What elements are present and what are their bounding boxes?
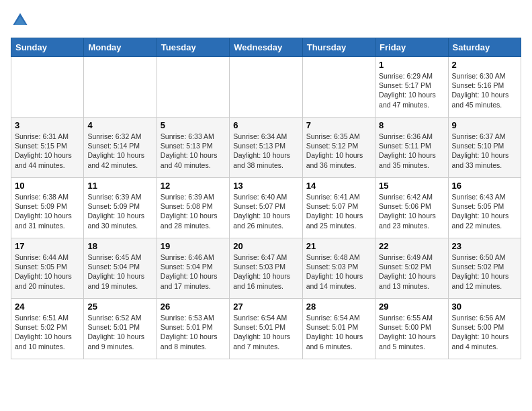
day-info: Sunrise: 6:35 AM Sunset: 5:12 PM Dayligh… bbox=[306, 132, 371, 170]
day-number: 7 bbox=[306, 120, 371, 130]
day-info: Sunrise: 6:29 AM Sunset: 5:17 PM Dayligh… bbox=[379, 71, 444, 109]
day-info: Sunrise: 6:31 AM Sunset: 5:15 PM Dayligh… bbox=[15, 132, 80, 170]
calendar-cell: 11 Sunrise: 6:39 AM Sunset: 5:09 PM Dayl… bbox=[84, 178, 157, 238]
day-info: Sunrise: 6:39 AM Sunset: 5:08 PM Dayligh… bbox=[161, 192, 226, 230]
day-number: 21 bbox=[306, 241, 371, 251]
day-info: Sunrise: 6:54 AM Sunset: 5:01 PM Dayligh… bbox=[306, 313, 371, 351]
calendar-cell: 6 Sunrise: 6:34 AM Sunset: 5:13 PM Dayli… bbox=[230, 118, 302, 178]
day-info: Sunrise: 6:46 AM Sunset: 5:04 PM Dayligh… bbox=[161, 253, 226, 291]
calendar-cell: 10 Sunrise: 6:38 AM Sunset: 5:09 PM Dayl… bbox=[11, 178, 84, 238]
day-info: Sunrise: 6:37 AM Sunset: 5:10 PM Dayligh… bbox=[452, 132, 517, 170]
day-info: Sunrise: 6:45 AM Sunset: 5:04 PM Dayligh… bbox=[87, 253, 152, 291]
calendar-cell: 16 Sunrise: 6:43 AM Sunset: 5:05 PM Dayl… bbox=[448, 178, 521, 238]
calendar-cell bbox=[157, 57, 229, 118]
weekday-header-tuesday: Tuesday bbox=[157, 38, 229, 57]
day-number: 24 bbox=[15, 302, 80, 312]
day-number: 18 bbox=[87, 241, 152, 251]
day-info: Sunrise: 6:49 AM Sunset: 5:02 PM Dayligh… bbox=[379, 253, 444, 291]
logo-icon bbox=[11, 11, 30, 30]
logo bbox=[11, 11, 32, 30]
calendar-cell: 23 Sunrise: 6:50 AM Sunset: 5:02 PM Dayl… bbox=[448, 238, 521, 299]
day-info: Sunrise: 6:32 AM Sunset: 5:14 PM Dayligh… bbox=[87, 132, 152, 170]
day-number: 5 bbox=[161, 120, 226, 130]
calendar-cell: 27 Sunrise: 6:54 AM Sunset: 5:01 PM Dayl… bbox=[230, 299, 302, 359]
day-number: 17 bbox=[15, 241, 80, 251]
calendar-cell: 19 Sunrise: 6:46 AM Sunset: 5:04 PM Dayl… bbox=[157, 238, 229, 299]
calendar-cell: 12 Sunrise: 6:39 AM Sunset: 5:08 PM Dayl… bbox=[157, 178, 229, 238]
day-info: Sunrise: 6:40 AM Sunset: 5:07 PM Dayligh… bbox=[233, 192, 298, 230]
calendar-cell: 28 Sunrise: 6:54 AM Sunset: 5:01 PM Dayl… bbox=[302, 299, 375, 359]
calendar-cell: 14 Sunrise: 6:41 AM Sunset: 5:07 PM Dayl… bbox=[302, 178, 375, 238]
calendar-cell: 20 Sunrise: 6:47 AM Sunset: 5:03 PM Dayl… bbox=[230, 238, 302, 299]
calendar-week-5: 24 Sunrise: 6:51 AM Sunset: 5:02 PM Dayl… bbox=[11, 299, 521, 359]
weekday-header-friday: Friday bbox=[375, 38, 448, 57]
weekday-header-row: SundayMondayTuesdayWednesdayThursdayFrid… bbox=[11, 38, 521, 57]
calendar-cell: 1 Sunrise: 6:29 AM Sunset: 5:17 PM Dayli… bbox=[375, 57, 448, 118]
day-number: 26 bbox=[161, 302, 226, 312]
weekday-header-monday: Monday bbox=[84, 38, 157, 57]
day-info: Sunrise: 6:50 AM Sunset: 5:02 PM Dayligh… bbox=[452, 253, 517, 291]
day-number: 6 bbox=[233, 120, 298, 130]
calendar-cell: 22 Sunrise: 6:49 AM Sunset: 5:02 PM Dayl… bbox=[375, 238, 448, 299]
calendar-cell: 8 Sunrise: 6:36 AM Sunset: 5:11 PM Dayli… bbox=[375, 118, 448, 178]
day-number: 2 bbox=[452, 60, 517, 70]
day-number: 25 bbox=[87, 302, 152, 312]
weekday-header-saturday: Saturday bbox=[448, 38, 521, 57]
day-info: Sunrise: 6:44 AM Sunset: 5:05 PM Dayligh… bbox=[15, 253, 80, 291]
day-number: 15 bbox=[379, 181, 444, 191]
day-info: Sunrise: 6:36 AM Sunset: 5:11 PM Dayligh… bbox=[379, 132, 444, 170]
calendar-cell: 13 Sunrise: 6:40 AM Sunset: 5:07 PM Dayl… bbox=[230, 178, 302, 238]
day-number: 29 bbox=[379, 302, 444, 312]
calendar-cell bbox=[11, 57, 84, 118]
day-info: Sunrise: 6:51 AM Sunset: 5:02 PM Dayligh… bbox=[15, 313, 80, 351]
calendar-cell: 26 Sunrise: 6:53 AM Sunset: 5:01 PM Dayl… bbox=[157, 299, 229, 359]
day-number: 30 bbox=[452, 302, 517, 312]
calendar-cell: 2 Sunrise: 6:30 AM Sunset: 5:16 PM Dayli… bbox=[448, 57, 521, 118]
day-number: 3 bbox=[15, 120, 80, 130]
calendar-cell: 4 Sunrise: 6:32 AM Sunset: 5:14 PM Dayli… bbox=[84, 118, 157, 178]
day-number: 1 bbox=[379, 60, 444, 70]
day-info: Sunrise: 6:55 AM Sunset: 5:00 PM Dayligh… bbox=[379, 313, 444, 351]
day-number: 14 bbox=[306, 181, 371, 191]
weekday-header-thursday: Thursday bbox=[302, 38, 375, 57]
page-header bbox=[11, 11, 521, 30]
day-info: Sunrise: 6:56 AM Sunset: 5:00 PM Dayligh… bbox=[452, 313, 517, 351]
day-number: 9 bbox=[452, 120, 517, 130]
day-info: Sunrise: 6:33 AM Sunset: 5:13 PM Dayligh… bbox=[161, 132, 226, 170]
day-info: Sunrise: 6:34 AM Sunset: 5:13 PM Dayligh… bbox=[233, 132, 298, 170]
calendar-cell bbox=[302, 57, 375, 118]
day-number: 23 bbox=[452, 241, 517, 251]
day-info: Sunrise: 6:30 AM Sunset: 5:16 PM Dayligh… bbox=[452, 71, 517, 109]
day-info: Sunrise: 6:52 AM Sunset: 5:01 PM Dayligh… bbox=[87, 313, 152, 351]
calendar-week-2: 3 Sunrise: 6:31 AM Sunset: 5:15 PM Dayli… bbox=[11, 118, 521, 178]
calendar-cell: 7 Sunrise: 6:35 AM Sunset: 5:12 PM Dayli… bbox=[302, 118, 375, 178]
weekday-header-sunday: Sunday bbox=[11, 38, 84, 57]
day-number: 20 bbox=[233, 241, 298, 251]
day-number: 28 bbox=[306, 302, 371, 312]
day-info: Sunrise: 6:41 AM Sunset: 5:07 PM Dayligh… bbox=[306, 192, 371, 230]
day-number: 12 bbox=[161, 181, 226, 191]
calendar-cell bbox=[230, 57, 302, 118]
calendar-cell: 30 Sunrise: 6:56 AM Sunset: 5:00 PM Dayl… bbox=[448, 299, 521, 359]
calendar-cell: 18 Sunrise: 6:45 AM Sunset: 5:04 PM Dayl… bbox=[84, 238, 157, 299]
calendar-cell: 15 Sunrise: 6:42 AM Sunset: 5:06 PM Dayl… bbox=[375, 178, 448, 238]
day-info: Sunrise: 6:42 AM Sunset: 5:06 PM Dayligh… bbox=[379, 192, 444, 230]
calendar-cell: 24 Sunrise: 6:51 AM Sunset: 5:02 PM Dayl… bbox=[11, 299, 84, 359]
calendar-week-3: 10 Sunrise: 6:38 AM Sunset: 5:09 PM Dayl… bbox=[11, 178, 521, 238]
day-info: Sunrise: 6:47 AM Sunset: 5:03 PM Dayligh… bbox=[233, 253, 298, 291]
day-info: Sunrise: 6:48 AM Sunset: 5:03 PM Dayligh… bbox=[306, 253, 371, 291]
weekday-header-wednesday: Wednesday bbox=[230, 38, 302, 57]
day-number: 16 bbox=[452, 181, 517, 191]
day-info: Sunrise: 6:43 AM Sunset: 5:05 PM Dayligh… bbox=[452, 192, 517, 230]
day-info: Sunrise: 6:39 AM Sunset: 5:09 PM Dayligh… bbox=[87, 192, 152, 230]
day-number: 19 bbox=[161, 241, 226, 251]
calendar-cell: 17 Sunrise: 6:44 AM Sunset: 5:05 PM Dayl… bbox=[11, 238, 84, 299]
calendar-cell: 29 Sunrise: 6:55 AM Sunset: 5:00 PM Dayl… bbox=[375, 299, 448, 359]
calendar-cell: 25 Sunrise: 6:52 AM Sunset: 5:01 PM Dayl… bbox=[84, 299, 157, 359]
day-info: Sunrise: 6:53 AM Sunset: 5:01 PM Dayligh… bbox=[161, 313, 226, 351]
day-number: 27 bbox=[233, 302, 298, 312]
day-number: 8 bbox=[379, 120, 444, 130]
calendar-week-1: 1 Sunrise: 6:29 AM Sunset: 5:17 PM Dayli… bbox=[11, 57, 521, 118]
calendar-week-4: 17 Sunrise: 6:44 AM Sunset: 5:05 PM Dayl… bbox=[11, 238, 521, 299]
calendar-table: SundayMondayTuesdayWednesdayThursdayFrid… bbox=[11, 38, 521, 359]
